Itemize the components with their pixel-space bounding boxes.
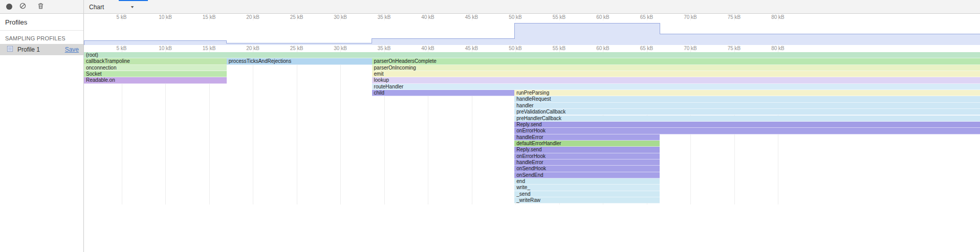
flame-frame[interactable]: parserOnIncoming bbox=[372, 65, 980, 71]
flame-frame[interactable]: handler bbox=[514, 103, 980, 109]
flame-chart-ruler: 5 kB10 kB15 kB20 kB25 kB30 kB35 kB40 kB4… bbox=[84, 45, 980, 52]
trash-icon bbox=[37, 2, 45, 12]
view-mode-value: Chart bbox=[89, 4, 104, 11]
ruler-tick-label: 10 kB bbox=[159, 45, 172, 51]
ruler-tick-label: 35 kB bbox=[378, 14, 391, 20]
flame-frame[interactable]: emit bbox=[372, 71, 980, 77]
flame-frame[interactable]: onErrorHook bbox=[514, 153, 660, 159]
delete-profile-button[interactable] bbox=[34, 0, 48, 13]
ruler-tick-label: 55 kB bbox=[553, 45, 566, 51]
ruler-tick-label: 80 kB bbox=[771, 14, 785, 20]
chart-gridline bbox=[340, 52, 341, 204]
flame-chart-pane: 5 kB10 kB15 kB20 kB25 kB30 kB35 kB40 kB4… bbox=[84, 14, 980, 252]
flame-frame[interactable]: (root) bbox=[84, 52, 980, 58]
toolbar-separator bbox=[83, 0, 84, 13]
chart-gridline bbox=[297, 52, 297, 204]
profile-name: Profile 1 bbox=[17, 46, 40, 53]
flame-frame[interactable]: processTicksAndRejections bbox=[227, 58, 372, 64]
overview-ruler: 5 kB10 kB15 kB20 kB25 kB30 kB35 kB40 kB4… bbox=[84, 14, 980, 20]
view-mode-select[interactable]: Chart ▼ bbox=[86, 1, 137, 13]
profiler-toolbar: Chart ▼ bbox=[0, 0, 980, 14]
ruler-tick-label: 80 kB bbox=[771, 45, 785, 51]
ruler-tick-label: 60 kB bbox=[596, 45, 609, 51]
flame-frame[interactable]: preValidationCallback bbox=[514, 109, 980, 115]
record-button[interactable] bbox=[2, 0, 16, 13]
heap-overview-minimap[interactable] bbox=[84, 20, 980, 45]
ruler-tick-label: 75 kB bbox=[728, 45, 741, 51]
ruler-tick-label: 50 kB bbox=[509, 45, 522, 51]
flame-frame[interactable]: onconnection bbox=[84, 65, 227, 71]
flame-frame[interactable]: child bbox=[372, 90, 515, 96]
flame-frame[interactable]: Readable.on bbox=[84, 77, 227, 83]
sampling-profiles-section-label: SAMPLING PROFILES bbox=[0, 31, 83, 44]
flame-frame[interactable]: onErrorHook bbox=[514, 128, 980, 134]
save-profile-link[interactable]: Save bbox=[65, 46, 79, 53]
overview-area-chart bbox=[84, 20, 980, 45]
ruler-tick-label: 65 kB bbox=[640, 45, 654, 51]
ruler-tick-label: 70 kB bbox=[684, 45, 697, 51]
flame-frame[interactable]: _writeRaw bbox=[514, 197, 660, 203]
flame-frame[interactable]: Reply.send bbox=[514, 147, 660, 153]
ruler-tick-label: 55 kB bbox=[553, 14, 566, 20]
flame-frame[interactable]: lookup bbox=[372, 77, 980, 83]
ruler-tick-label: 15 kB bbox=[203, 45, 216, 51]
flame-frame[interactable]: callbackTrampoline bbox=[84, 58, 227, 64]
ruler-tick-label: 30 kB bbox=[334, 14, 347, 20]
flame-frame[interactable]: handleError bbox=[514, 134, 660, 141]
ruler-tick-label: 15 kB bbox=[203, 14, 216, 20]
flame-frame[interactable]: preHandlerCallback bbox=[514, 116, 980, 122]
ruler-tick-label: 35 kB bbox=[378, 45, 391, 51]
flame-frame[interactable]: _send bbox=[514, 191, 660, 197]
flame-frame[interactable]: runPreParsing bbox=[514, 90, 980, 96]
ruler-tick-label: 40 kB bbox=[421, 45, 434, 51]
ruler-tick-label: 45 kB bbox=[465, 14, 478, 20]
ruler-tick-label: 20 kB bbox=[246, 45, 259, 51]
flame-frame[interactable]: end bbox=[514, 178, 660, 185]
ruler-tick-label: 70 kB bbox=[684, 14, 697, 20]
profile-list-item[interactable]: Profile 1 Save bbox=[0, 44, 83, 55]
flame-frame[interactable]: Reply.send bbox=[514, 122, 980, 128]
circle-slash-icon bbox=[19, 2, 27, 12]
flame-frame[interactable]: handleRequest bbox=[514, 96, 980, 102]
chevron-down-icon: ▼ bbox=[130, 5, 135, 9]
ruler-tick-label: 10 kB bbox=[159, 14, 172, 20]
profiles-title: Profiles bbox=[0, 14, 83, 31]
flame-chart: (root)callbackTrampolineprocessTicksAndR… bbox=[84, 52, 980, 252]
flame-frame[interactable]: handleError bbox=[514, 159, 660, 166]
ruler-tick-label: 5 kB bbox=[117, 45, 127, 51]
flame-frame[interactable]: onSendEnd bbox=[514, 172, 660, 178]
flame-frame[interactable]: Socket bbox=[84, 71, 227, 77]
flame-frame[interactable]: onSendHook bbox=[514, 166, 660, 172]
flame-frame[interactable]: parserOnHeadersComplete bbox=[372, 58, 980, 64]
profiles-sidebar: Profiles SAMPLING PROFILES Profile 1 Sav… bbox=[0, 14, 84, 252]
ruler-tick-label: 25 kB bbox=[290, 14, 303, 20]
flame-frame[interactable]: defaultErrorHandler bbox=[514, 141, 660, 147]
record-icon bbox=[6, 4, 12, 10]
ruler-tick-label: 30 kB bbox=[334, 45, 347, 51]
ruler-tick-label: 25 kB bbox=[290, 45, 303, 51]
flame-frame[interactable]: routeHandler bbox=[372, 84, 980, 90]
chart-gridline bbox=[253, 52, 253, 204]
flame-frame[interactable]: write_ bbox=[514, 185, 660, 191]
ruler-tick-label: 50 kB bbox=[509, 14, 522, 20]
clear-profiles-button[interactable] bbox=[16, 0, 30, 13]
ruler-tick-label: 60 kB bbox=[596, 14, 609, 20]
ruler-tick-label: 65 kB bbox=[640, 14, 654, 20]
ruler-tick-label: 75 kB bbox=[728, 14, 741, 20]
ruler-tick-label: 5 kB bbox=[117, 14, 127, 20]
ruler-tick-label: 20 kB bbox=[246, 14, 259, 20]
profile-icon bbox=[6, 45, 14, 55]
ruler-tick-label: 40 kB bbox=[421, 14, 434, 20]
ruler-tick-label: 45 kB bbox=[465, 45, 478, 51]
